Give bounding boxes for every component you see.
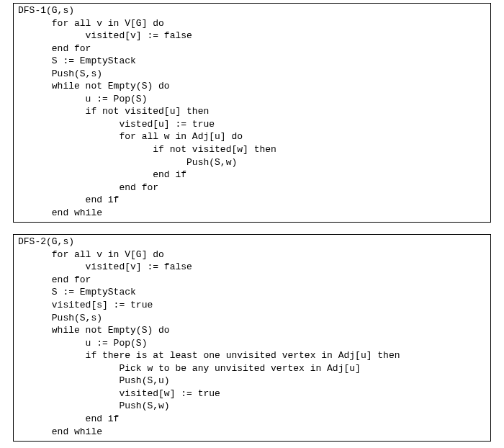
code-line: end for — [18, 182, 486, 194]
code-line: visited[s] := true — [18, 299, 486, 312]
code-line: end while — [18, 426, 486, 439]
code-line: end if — [18, 169, 486, 182]
code-line: if not visited[w] then — [18, 143, 486, 156]
code-line: end while — [18, 207, 486, 220]
code-line: Pick w to be any unvisited vertex in Adj… — [18, 362, 486, 375]
code-line: DFS-2(G,s) — [18, 236, 486, 248]
code-line: while not Empty(S) do — [18, 324, 486, 337]
code-line: visited[w] := true — [18, 387, 486, 400]
code-line: Push(S,u) — [18, 375, 486, 387]
code-line: if not visited[u] then — [18, 105, 486, 118]
code-line: Push(S,s) — [18, 312, 486, 325]
code-line: end if — [18, 194, 486, 207]
code-line: for all v in V[G] do — [18, 17, 486, 30]
code-line: Push(S,w) — [18, 156, 486, 169]
algorithm-box-dfs-1: DFS-1(G,s) for all v in V[G] do visited[… — [13, 3, 491, 223]
code-line: u := Pop(S) — [18, 337, 486, 350]
code-line: end for — [18, 42, 486, 55]
code-line: visited[v] := false — [18, 30, 486, 42]
code-line: Push(S,w) — [18, 400, 486, 413]
code-line: S := EmptyStack — [18, 286, 486, 299]
code-line: Push(S,s) — [18, 68, 486, 81]
algorithm-box-dfs-2: DFS-2(G,s) for all v in V[G] do visited[… — [13, 234, 491, 442]
code-line: for all v in V[G] do — [18, 248, 486, 261]
code-line: visted[u] := true — [18, 118, 486, 131]
code-line: DFS-1(G,s) — [18, 4, 486, 17]
code-line: visited[v] := false — [18, 261, 486, 274]
code-line: while not Empty(S) do — [18, 80, 486, 93]
code-line: S := EmptyStack — [18, 55, 486, 68]
code-line: u := Pop(S) — [18, 93, 486, 106]
code-line: if there is at least one unvisited verte… — [18, 349, 486, 362]
code-line: for all w in Adj[u] do — [18, 130, 486, 143]
code-line: end if — [18, 413, 486, 426]
code-line: end for — [18, 274, 486, 287]
